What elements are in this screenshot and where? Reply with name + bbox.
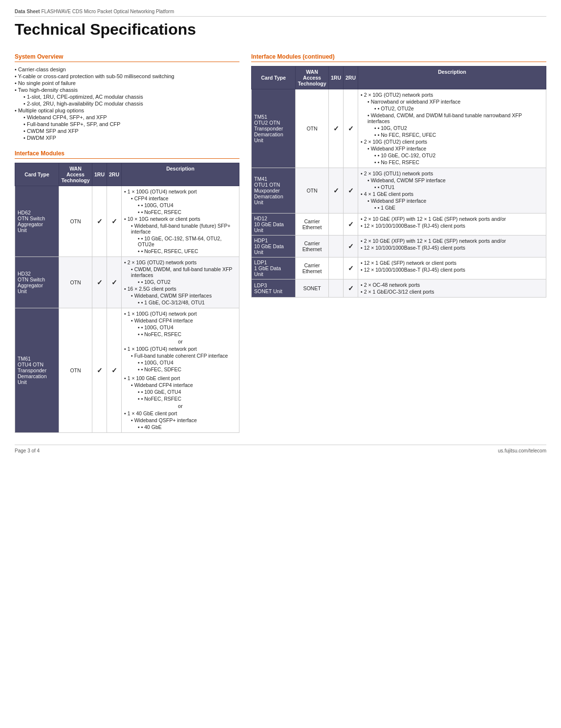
wan-cell: SONET	[296, 279, 329, 298]
desc-cell: 1 × 100G (OTU4) network port Wideband CF…	[122, 308, 239, 433]
2ru-cell: ✓	[107, 257, 122, 308]
main-layout: System Overview Carrier-class design Y-c…	[15, 53, 546, 433]
th-card-type: Card Type	[15, 163, 59, 186]
system-overview-section: System Overview Carrier-class design Y-c…	[15, 53, 239, 141]
website: us.fujitsu.com/telecom	[498, 448, 546, 453]
top-bar: Data Sheet FLASHWAVE CDS Micro Packet Op…	[15, 9, 546, 17]
1ru-cell: ✓	[329, 168, 344, 214]
page-number: Page 3 of 4	[15, 448, 40, 453]
card-type-cell: HD62OTN SwitchAggregatorUnit	[15, 186, 59, 257]
desc-cell: 2 × OC-48 network ports 2 × 1 GbE/OC-3/1…	[358, 279, 546, 298]
card-type-cell: TM51OTU2 OTNTransponderDemarcationUnit	[252, 89, 296, 168]
list-item: CWDM SFP and XFP	[23, 128, 239, 134]
1ru-cell: ✓	[92, 257, 107, 308]
wan-cell: OTN	[59, 186, 92, 257]
card-type-cell: TM41OTU1 OTNMuxponderDemarcationUnit	[252, 168, 296, 214]
wan-cell: CarrierEthernet	[296, 257, 329, 279]
card-type-cell: LDP3SONET Unit	[252, 279, 296, 298]
1ru-cell	[329, 279, 344, 298]
card-type-cell: TM61OTU4 OTNTransponderDemarcationUnit	[15, 308, 59, 433]
table-row: HD62OTN SwitchAggregatorUnit OTN ✓ ✓ 1 ×…	[15, 186, 239, 257]
page-title: Technical Specifications	[15, 21, 546, 39]
desc-cell: 2 × 10 GbE (XFP) with 12 × 1 GbE (SFP) n…	[358, 214, 546, 236]
list-item: Full-band tunable SFP+, SFP, and CFP	[23, 121, 239, 128]
th-desc-r: Description	[358, 66, 546, 89]
2ru-cell: ✓	[344, 214, 358, 236]
data-sheet-label: Data Sheet	[15, 9, 40, 14]
interface-modules-left-title: Interface Modules	[15, 150, 239, 159]
system-overview-title: System Overview	[15, 53, 239, 62]
th-desc: Description	[122, 163, 239, 186]
th-1ru-r: 1RU	[329, 66, 344, 89]
th-2ru: 2RU	[107, 163, 122, 186]
1ru-cell	[329, 214, 344, 236]
list-item: Carrier-class design	[15, 66, 239, 73]
list-item: Y-cable or cross-card protection with su…	[15, 73, 239, 80]
wan-cell: OTN	[59, 308, 92, 433]
table-row: TM61OTU4 OTNTransponderDemarcationUnit O…	[15, 308, 239, 433]
1ru-cell: ✓	[92, 308, 107, 433]
card-type-cell: HD1210 GbE DataUnit	[252, 214, 296, 236]
sub-list: 1-slot, 1RU, CPE-optimized, AC modular c…	[15, 93, 239, 107]
right-column: Interface Modules (continued) Card Type …	[251, 53, 546, 433]
list-item: 1-slot, 1RU, CPE-optimized, AC modular c…	[23, 93, 239, 100]
1ru-cell	[329, 257, 344, 279]
list-item: No single point of failure	[15, 80, 239, 86]
list-item: Wideband CFP4, SFP+, and XFP	[23, 114, 239, 121]
wan-cell: OTN	[59, 257, 92, 308]
interface-modules-right-title: Interface Modules (continued)	[251, 53, 546, 62]
2ru-cell: ✓	[344, 168, 358, 214]
desc-cell: 2 × 10 GbE (XFP) with 12 × 1 GbE (SFP) n…	[358, 236, 546, 257]
desc-cell: 12 × 1 GbE (SFP) network or client ports…	[358, 257, 546, 279]
sub-list: Wideband CFP4, SFP+, and XFP Full-band t…	[15, 114, 239, 141]
table-row: TM41OTU1 OTNMuxponderDemarcationUnit OTN…	[252, 168, 546, 214]
table-row: HD1210 GbE DataUnit CarrierEthernet ✓ 2 …	[252, 214, 546, 236]
1ru-cell	[329, 236, 344, 257]
list-item: Multiple optical plug options	[15, 107, 239, 114]
card-type-cell: LDP11 GbE DataUnit	[252, 257, 296, 279]
1ru-cell: ✓	[329, 89, 344, 168]
table-row: TM51OTU2 OTNTransponderDemarcationUnit O…	[252, 89, 546, 168]
table-row: HDP110 GbE DataUnit CarrierEthernet ✓ 2 …	[252, 236, 546, 257]
th-2ru-r: 2RU	[344, 66, 358, 89]
wan-cell: OTN	[296, 89, 329, 168]
2ru-cell: ✓	[107, 308, 122, 433]
th-card-type-r: Card Type	[252, 66, 296, 89]
th-wan-r: WANAccessTechnology	[296, 66, 329, 89]
table-row: LDP11 GbE DataUnit CarrierEthernet ✓ 12 …	[252, 257, 546, 279]
product-name: FLASHWAVE CDS Micro Packet Optical Netwo…	[41, 9, 174, 14]
interface-modules-left-table: Card Type WANAccessTechnology 1RU 2RU De…	[15, 163, 239, 433]
desc-cell: 1 × 100G (OTU4) network port CFP4 interf…	[122, 186, 239, 257]
desc-cell: 2 × 10G (OTU2) network ports Narrowband …	[358, 89, 546, 168]
2ru-cell: ✓	[344, 257, 358, 279]
table-row: HD32OTN SwitchAggregatorUnit OTN ✓ ✓ 2 ×…	[15, 257, 239, 308]
card-type-cell: HD32OTN SwitchAggregatorUnit	[15, 257, 59, 308]
wan-cell: CarrierEthernet	[296, 236, 329, 257]
left-column: System Overview Carrier-class design Y-c…	[15, 53, 239, 433]
th-1ru: 1RU	[92, 163, 107, 186]
footer-bar: Page 3 of 4 us.fujitsu.com/telecom	[15, 445, 546, 453]
list-item: DWDM XFP	[23, 134, 239, 141]
2ru-cell: ✓	[344, 279, 358, 298]
list-item: Two high-density chassis	[15, 86, 239, 93]
card-type-cell: HDP110 GbE DataUnit	[252, 236, 296, 257]
1ru-cell: ✓	[92, 186, 107, 257]
2ru-cell: ✓	[107, 186, 122, 257]
2ru-cell: ✓	[344, 236, 358, 257]
interface-modules-right-table: Card Type WANAccessTechnology 1RU 2RU De…	[251, 66, 546, 298]
th-wan: WANAccessTechnology	[59, 163, 92, 186]
wan-cell: CarrierEthernet	[296, 214, 329, 236]
table-row: LDP3SONET Unit SONET ✓ 2 × OC-48 network…	[252, 279, 546, 298]
desc-cell: 2 × 10G (OTU1) network ports Wideband, C…	[358, 168, 546, 214]
2ru-cell: ✓	[344, 89, 358, 168]
desc-cell: 2 × 10G (OTU2) network ports CWDM, DWDM,…	[122, 257, 239, 308]
list-item: 2-slot, 2RU, high-availability DC modula…	[23, 100, 239, 107]
wan-cell: OTN	[296, 168, 329, 214]
system-overview-list: Carrier-class design Y-cable or cross-ca…	[15, 66, 239, 141]
